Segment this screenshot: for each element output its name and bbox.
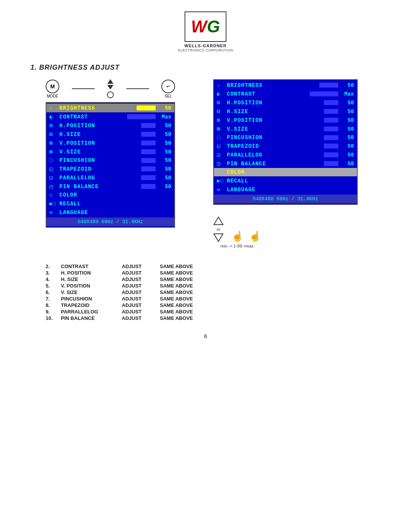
r-contrast-icon: ◐: [217, 91, 225, 97]
inst-action: ADJUST: [122, 309, 160, 315]
parallelog-icon: ◲: [49, 174, 57, 181]
nav-control: [107, 79, 114, 98]
vsize-bar: [141, 149, 156, 154]
inst-num: 2.: [46, 264, 61, 269]
trapezoid-icon: ◱: [49, 166, 57, 172]
r-trapezoid-bar: [324, 144, 338, 149]
r-osd-recall-row[interactable]: ▶□ RECALL: [214, 176, 357, 185]
main-content: M MODE ↵ SEL ☆ BRIGHTNESS 50: [0, 79, 411, 248]
r-osd-pinbalance-row[interactable]: ◳ PIN BALANCE 50: [214, 159, 357, 168]
vposition-bar: [141, 141, 156, 145]
r-pincushion-icon: □: [217, 134, 225, 141]
r-hsize-icon: ⊟: [217, 108, 225, 115]
instruction-row: 7. PINCUSHION ADJUST SAME ABOVE: [46, 296, 365, 302]
inst-desc: SAME ABOVE: [160, 302, 193, 308]
instruction-row: 8. TRAPEZOID ADJUST SAME ABOVE: [46, 302, 365, 308]
inst-item: TRAPEZOID: [61, 302, 122, 308]
r-parallelog-icon: ◲: [217, 152, 225, 158]
r-osd-color-row[interactable]: ☺ COLOR: [214, 168, 357, 176]
r-color-icon: ☺: [217, 169, 225, 175]
inst-action: ADJUST: [122, 302, 160, 308]
osd-language-row[interactable]: ⇔ LANGUAGE: [46, 208, 174, 217]
r-osd-hposition-row[interactable]: ⊡ H.POSITION 50: [214, 98, 357, 107]
svg-marker-1: [214, 234, 223, 241]
finger-down-icon: ☝: [249, 230, 261, 242]
osd-contrast-row[interactable]: ◐ CONTRAST Max: [46, 112, 174, 121]
inst-item: PIN BALANCE: [61, 315, 122, 321]
right-panel: ☆ BRIGHTNESS 50 ◐ CONTRAST Max ⊡ H.POSIT…: [213, 79, 388, 248]
hposition-icon: ⊡: [49, 122, 57, 129]
r-vsize-icon: ⊠: [217, 126, 225, 132]
r-osd-hsize-row[interactable]: ⊟ H.SIZE 50: [214, 107, 357, 116]
r-osd-vsize-row[interactable]: ⊠ V.SIZE 50: [214, 125, 357, 133]
r-vposition-icon: ⊞: [217, 117, 225, 123]
controls-row: M MODE ↵ SEL: [46, 79, 175, 98]
r-brightness-icon: ☆: [217, 82, 225, 88]
r-hposition-icon: ⊡: [217, 99, 225, 106]
osd-hsize-row[interactable]: ⊟ H.SIZE 50: [46, 130, 174, 139]
osd-pinbalance-row[interactable]: ◳ PIN BALANCE 50: [46, 182, 174, 191]
brightness-bar: [137, 105, 156, 110]
inst-desc: SAME ABOVE: [160, 264, 193, 269]
r-osd-contrast-row[interactable]: ◐ CONTRAST Max: [214, 89, 357, 98]
instruction-row: 5. V. POSITION ADJUST SAME ABOVE: [46, 283, 365, 289]
sel-label: SEL: [165, 94, 172, 98]
inst-item: V. SIZE: [61, 289, 122, 295]
r-hposition-bar: [324, 100, 338, 105]
inst-action: ADJUST: [122, 315, 160, 321]
arrow-down-icon[interactable]: [107, 85, 113, 89]
r-osd-brightness-row[interactable]: ☆ BRIGHTNESS 50: [214, 81, 357, 89]
r-parallelog-bar: [324, 152, 338, 157]
instruction-row: 9. PARRALLELOG ADJUST SAME ABOVE: [46, 309, 365, 315]
vsize-icon: ⊠: [49, 149, 57, 155]
r-recall-icon: ▶□: [217, 177, 225, 184]
r-osd-pincushion-row[interactable]: □ PINCUSHION 50: [214, 133, 357, 142]
hsize-icon: ⊟: [49, 131, 57, 137]
instructions-section: 2. CONTRAST ADJUST SAME ABOVE 3. H. POSI…: [0, 264, 411, 322]
inst-desc: SAME ABOVE: [160, 289, 193, 295]
osd-trapezoid-row[interactable]: ◱ TRAPEZOID 50: [46, 165, 174, 173]
osd-pincushion-row[interactable]: □ PINCUSHION 50: [46, 156, 174, 165]
nav-hint: or ☝ ☝ min -> 1-99->max: [213, 212, 261, 248]
r-osd-trapezoid-row[interactable]: ◱ TRAPEZOID 50: [214, 142, 357, 150]
osd-brightness-row[interactable]: ☆ BRIGHTNESS 50: [46, 104, 174, 112]
company-name: WELLS-GARDNER: [185, 43, 227, 48]
r-osd-vposition-row[interactable]: ⊞ V.POSITION 50: [214, 116, 357, 125]
r-osd-parallelog-row[interactable]: ◲ PARALLELOG 50: [214, 150, 357, 159]
inst-desc: SAME ABOVE: [160, 276, 193, 282]
mode-control: M MODE: [46, 80, 59, 98]
pincushion-icon: □: [49, 157, 57, 163]
page-number: 8: [204, 333, 207, 339]
inst-item: PARRALLELOG: [61, 309, 122, 315]
parallelog-bar: [141, 175, 156, 180]
instruction-row: 4. H. SIZE ADJUST SAME ABOVE: [46, 276, 365, 282]
inst-item: V. POSITION: [61, 283, 122, 289]
osd-vposition-row[interactable]: ⊞ V.POSITION 50: [46, 139, 174, 147]
inst-action: ADJUST: [122, 276, 160, 282]
recall-icon: ▶□: [49, 200, 57, 207]
inst-num: 6.: [46, 289, 61, 295]
inst-action: ADJUST: [122, 289, 160, 295]
osd-vsize-row[interactable]: ⊠ V.SIZE 50: [46, 147, 174, 156]
color-icon: ☺: [49, 192, 57, 198]
finger-up-icon: ☝: [231, 230, 244, 242]
osd-hposition-row[interactable]: ⊡ H.POSITION 50: [46, 121, 174, 130]
nav-circle: [107, 91, 114, 98]
osd-recall-row[interactable]: ▶□ RECALL: [46, 199, 174, 208]
r-brightness-bar: [319, 83, 338, 88]
arrow-up-icon[interactable]: [107, 79, 113, 84]
r-pinbalance-icon: ◳: [217, 160, 225, 167]
inst-desc: SAME ABOVE: [160, 309, 193, 315]
sel-icon[interactable]: ↵: [161, 80, 175, 93]
r-pincushion-bar: [324, 135, 338, 140]
r-osd-language-row[interactable]: ⇔ LANGUAGE: [214, 185, 357, 194]
inst-action: ADJUST: [122, 264, 160, 269]
inst-item: CONTRAST: [61, 264, 122, 269]
language-icon: ⇔: [49, 209, 57, 216]
inst-num: 10.: [46, 315, 61, 321]
hposition-bar: [141, 123, 156, 128]
osd-parallelog-row[interactable]: ◲ PARALLELOG 50: [46, 173, 174, 182]
osd-color-row[interactable]: ☺ COLOR: [46, 191, 174, 199]
line-right: [126, 88, 149, 89]
mode-icon[interactable]: M: [46, 80, 59, 93]
